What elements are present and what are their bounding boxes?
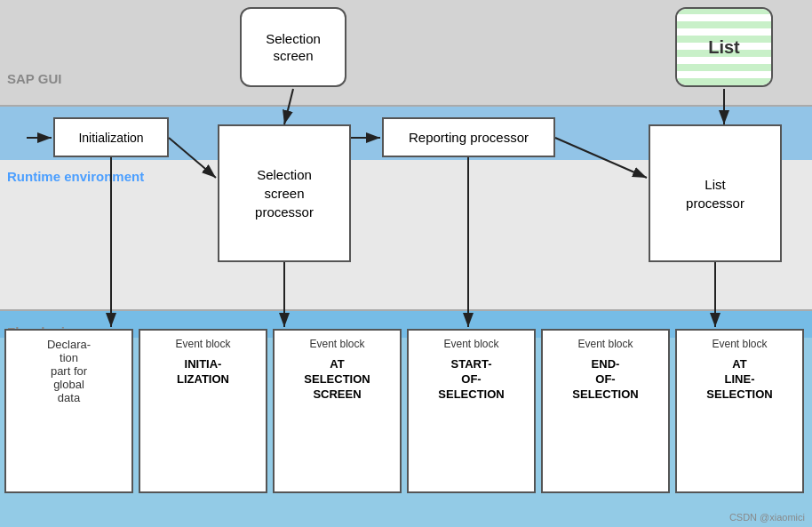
ss-processor-label: Selection screen processor	[255, 165, 314, 221]
eb4-header: Event block	[577, 338, 633, 350]
event-block-declaration: Declara- tion part for global data	[4, 329, 133, 493]
list-processor-label: List processor	[686, 175, 744, 212]
sap-gui-label: SAP GUI	[7, 71, 61, 86]
runtime-label: Runtime environment	[7, 169, 144, 184]
watermark: CSDN @xiaomici	[729, 512, 805, 523]
diagram-container: SAP GUI Runtime environment Flow logic S…	[0, 0, 812, 527]
reporting-processor-box: Reporting processor	[382, 117, 555, 157]
event-block-at-selection-screen: Event block AT SELECTION SCREEN	[273, 329, 402, 493]
initialization-box: Initialization	[53, 117, 169, 157]
eb3-bold: START- OF- SELECTION	[438, 357, 504, 403]
list-processor-box: List processor	[649, 124, 782, 262]
eb4-bold: END- OF- SELECTION	[572, 357, 638, 403]
selection-screen-box: Selection screen	[240, 7, 346, 87]
eb5-bold: AT LINE- SELECTION	[706, 357, 772, 403]
event-block-initialization: Event block INITIA- LIZATION	[139, 329, 267, 493]
list-box: List	[675, 7, 773, 87]
eb1-header: Event block	[175, 338, 230, 350]
initialization-label: Initialization	[78, 131, 143, 145]
declaration-header: Declara- tion part for global data	[47, 338, 91, 404]
eb2-header: Event block	[309, 338, 364, 350]
reporting-processor-label: Reporting processor	[409, 130, 529, 145]
eb2-bold: AT SELECTION SCREEN	[304, 357, 370, 403]
list-box-text: List	[708, 37, 740, 58]
eb3-header: Event block	[443, 338, 498, 350]
eb1-bold: INITIA- LIZATION	[177, 357, 229, 387]
eb5-header: Event block	[712, 338, 767, 350]
selection-screen-line1: Selection	[266, 30, 321, 48]
selection-screen-line2: screen	[266, 47, 321, 65]
selection-screen-processor-box: Selection screen processor	[218, 124, 351, 262]
event-blocks-container: Declara- tion part for global data Event…	[4, 329, 804, 493]
event-block-end-of-selection: Event block END- OF- SELECTION	[541, 329, 670, 493]
event-block-at-line-selection: Event block AT LINE- SELECTION	[675, 329, 804, 493]
event-block-start-of-selection: Event block START- OF- SELECTION	[407, 329, 536, 493]
